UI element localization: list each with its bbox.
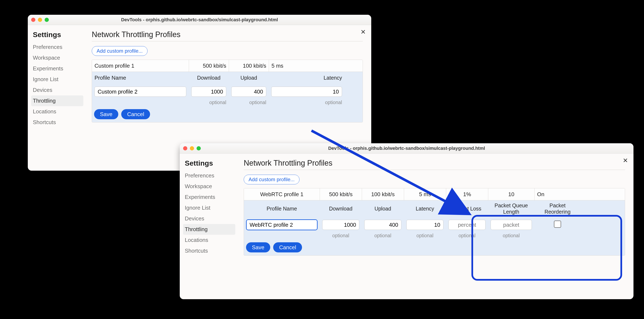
page-title: Network Throttling Profiles — [244, 159, 625, 170]
col-download: Download — [189, 75, 229, 81]
packet-queue-input[interactable] — [490, 220, 532, 230]
cancel-button[interactable]: Cancel — [273, 242, 302, 252]
save-button[interactable]: Save — [246, 242, 270, 252]
col-download: Download — [320, 206, 362, 212]
cell-upload: 100 kbit/s — [229, 60, 269, 72]
download-input[interactable] — [191, 87, 226, 97]
sidebar-item-experiments[interactable]: Experiments — [185, 192, 235, 202]
packet-loss-input[interactable] — [448, 220, 486, 230]
window-title: DevTools - orphis.github.io/webrtc-sandb… — [180, 146, 634, 151]
col-upload: Upload — [362, 206, 404, 212]
sidebar-item-ignore-list[interactable]: Ignore List — [33, 74, 83, 85]
settings-heading: Settings — [185, 159, 235, 167]
hints-row: optional optional optional optional opti… — [244, 233, 625, 240]
sidebar-item-shortcuts[interactable]: Shortcuts — [33, 117, 83, 128]
col-upload: Upload — [229, 75, 269, 81]
col-latency: Latency — [404, 206, 446, 212]
hints-row: optional optional optional — [92, 100, 362, 107]
profiles-table: Custom profile 1 500 kbit/s 100 kbit/s 5… — [92, 60, 363, 122]
traffic-lights — [31, 18, 49, 22]
upload-input[interactable] — [231, 87, 266, 97]
hint-optional: optional — [320, 233, 362, 238]
profile-name-input[interactable] — [246, 220, 317, 230]
sidebar-item-throttling[interactable]: Throttling — [183, 224, 235, 235]
hint-optional: optional — [229, 100, 269, 105]
hint-optional: optional — [404, 233, 446, 238]
col-packet-queue: Packet Queue Length — [488, 202, 534, 215]
devtools-window-after: DevTools - orphis.github.io/webrtc-sandb… — [180, 143, 634, 299]
zoom-icon[interactable] — [196, 146, 201, 150]
settings-main: ✕ Network Throttling Profiles Add custom… — [235, 154, 634, 299]
cell-profile-name: WebRTC profile 1 — [244, 191, 320, 198]
save-button[interactable]: Save — [94, 109, 118, 119]
sidebar-item-throttling[interactable]: Throttling — [31, 95, 83, 106]
hint-optional: optional — [488, 233, 534, 238]
settings-heading: Settings — [33, 31, 83, 39]
settings-sidebar: Settings Preferences Workspace Experimen… — [180, 154, 235, 299]
sidebar-item-devices[interactable]: Devices — [33, 85, 83, 95]
download-input[interactable] — [322, 220, 359, 230]
window-title: DevTools - orphis.github.io/webrtc-sandb… — [28, 17, 371, 23]
table-row[interactable]: WebRTC profile 1 500 kbit/s 100 kbit/s 5… — [244, 188, 625, 200]
minimize-icon[interactable] — [38, 18, 42, 22]
hint-optional: optional — [446, 233, 488, 238]
cell-packet-reorder: On — [534, 188, 581, 200]
sidebar-item-shortcuts[interactable]: Shortcuts — [185, 245, 235, 256]
close-icon[interactable] — [31, 18, 35, 22]
col-packet-loss: Packet Loss — [446, 206, 488, 212]
table-row[interactable]: Custom profile 1 500 kbit/s 100 kbit/s 5… — [92, 60, 362, 72]
profiles-table: WebRTC profile 1 500 kbit/s 100 kbit/s 5… — [244, 188, 625, 256]
sidebar-item-ignore-list[interactable]: Ignore List — [185, 202, 235, 213]
col-profile-name: Profile Name — [244, 206, 320, 212]
cell-profile-name: Custom profile 1 — [92, 63, 189, 69]
hint-optional: optional — [189, 100, 229, 105]
close-settings-icon[interactable]: ✕ — [360, 29, 366, 35]
traffic-lights — [183, 146, 201, 150]
minimize-icon[interactable] — [190, 146, 194, 150]
cell-upload: 100 kbit/s — [362, 188, 404, 200]
cell-latency: 5 ms — [404, 188, 446, 200]
sidebar-item-experiments[interactable]: Experiments — [33, 63, 83, 74]
packet-reorder-checkbox[interactable] — [554, 221, 561, 228]
add-custom-profile-button[interactable]: Add custom profile... — [92, 46, 148, 56]
edit-actions: Save Cancel — [92, 107, 362, 122]
add-custom-profile-button[interactable]: Add custom profile... — [244, 175, 300, 184]
upload-input[interactable] — [364, 220, 401, 230]
sidebar-item-preferences[interactable]: Preferences — [33, 42, 83, 53]
sidebar-item-locations[interactable]: Locations — [33, 106, 83, 117]
profile-name-input[interactable] — [94, 87, 186, 97]
cell-packet-queue: 10 — [488, 188, 534, 200]
cancel-button[interactable]: Cancel — [121, 109, 150, 119]
titlebar[interactable]: DevTools - orphis.github.io/webrtc-sandb… — [28, 15, 371, 25]
table-header: Profile Name Download Upload Latency Pac… — [244, 200, 625, 217]
close-icon[interactable] — [183, 146, 187, 150]
hint-optional: optional — [269, 100, 344, 105]
hint-optional: optional — [362, 233, 404, 238]
titlebar[interactable]: DevTools - orphis.github.io/webrtc-sandb… — [180, 143, 634, 154]
sidebar-item-devices[interactable]: Devices — [185, 213, 235, 224]
col-profile-name: Profile Name — [92, 75, 189, 81]
col-packet-reorder: Packet Reordering — [534, 202, 581, 215]
cell-latency: 5 ms — [269, 60, 344, 72]
close-settings-icon[interactable]: ✕ — [623, 157, 628, 164]
sidebar-item-preferences[interactable]: Preferences — [185, 170, 235, 181]
col-latency: Latency — [269, 75, 344, 81]
cell-packet-loss: 1% — [446, 188, 488, 200]
cell-download: 500 kbit/s — [189, 60, 229, 72]
sidebar-item-locations[interactable]: Locations — [185, 235, 235, 245]
settings-sidebar: Settings Preferences Workspace Experimen… — [28, 25, 83, 171]
cell-download: 500 kbit/s — [320, 188, 362, 200]
latency-input[interactable] — [406, 220, 444, 230]
table-header: Profile Name Download Upload Latency — [92, 72, 362, 84]
latency-input[interactable] — [271, 87, 342, 97]
edit-row — [244, 217, 625, 233]
page-title: Network Throttling Profiles — [92, 30, 363, 42]
zoom-icon[interactable] — [44, 18, 49, 22]
edit-actions: Save Cancel — [244, 240, 625, 255]
edit-row — [92, 84, 362, 100]
sidebar-item-workspace[interactable]: Workspace — [185, 181, 235, 192]
sidebar-item-workspace[interactable]: Workspace — [33, 53, 83, 63]
